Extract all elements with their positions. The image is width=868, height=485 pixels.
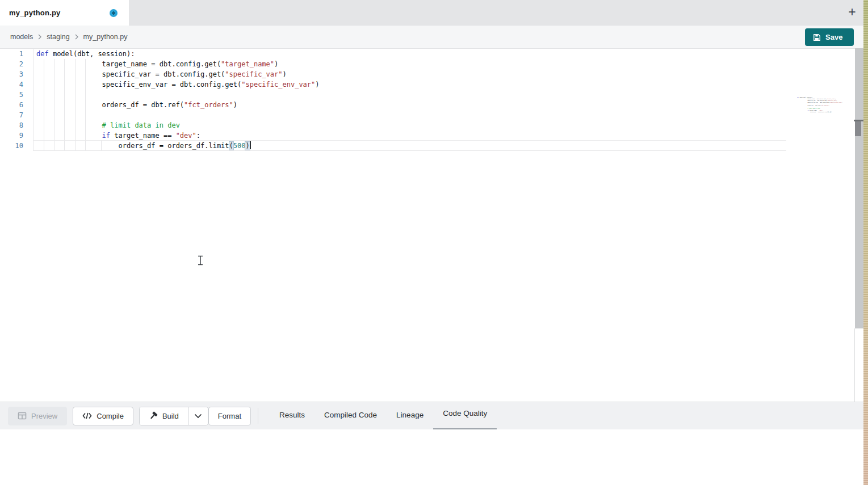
- tab-compiled-code[interactable]: Compiled Code: [315, 402, 387, 430]
- build-button-label: Build: [162, 412, 179, 420]
- code-editor[interactable]: 1def model(dbt, session):2 target_name =…: [0, 49, 863, 402]
- chevron-right-icon: [37, 34, 43, 40]
- save-button-label: Save: [825, 33, 842, 41]
- hammer-icon: [149, 411, 158, 420]
- preview-button[interactable]: Preview: [8, 407, 67, 425]
- text-caret: [250, 141, 251, 149]
- scrollbar-thumb[interactable]: [855, 121, 861, 136]
- code-line[interactable]: 9 if target_name == "dev":: [0, 130, 320, 141]
- tab-compiled-code-label: Compiled Code: [324, 411, 377, 419]
- unsaved-changes-icon: [110, 9, 118, 17]
- chevron-right-icon: [74, 34, 79, 40]
- bottom-toolbar: Preview Compile Build: [0, 402, 868, 429]
- file-tab-my-python[interactable]: my_python.py: [0, 0, 129, 26]
- code-line[interactable]: 7: [0, 110, 320, 120]
- code-line[interactable]: 6 orders_df = dbt.ref("fct_orders"): [0, 100, 320, 110]
- code-line[interactable]: 10 orders_df = orders_df.limit(500): [0, 141, 320, 151]
- line-number[interactable]: 1: [0, 49, 23, 59]
- screen-edge-strip: [863, 0, 868, 485]
- code-line: specific_env_var = dbt.config.get("speci…: [797, 102, 837, 103]
- line-number[interactable]: 4: [0, 79, 23, 90]
- line-number[interactable]: 3: [0, 69, 23, 79]
- tab-lineage-label: Lineage: [396, 411, 423, 419]
- tab-code-quality[interactable]: Code Quality: [433, 402, 497, 430]
- code-line: orders_df = orders_df.limit(500): [797, 111, 837, 113]
- breadcrumb-bar: models staging my_python.py Save: [0, 26, 868, 49]
- compile-button[interactable]: Compile: [73, 407, 133, 425]
- panel-tabs: Results Compiled Code Lineage Code Quali…: [270, 402, 497, 430]
- build-split-button: Build: [139, 407, 208, 425]
- breadcrumb-staging[interactable]: staging: [47, 33, 69, 41]
- code-brackets-icon: [82, 412, 92, 419]
- code-line[interactable]: 5: [0, 90, 320, 100]
- mouse-cursor-ibeam: [197, 255, 204, 265]
- code-line[interactable]: 1def model(dbt, session):: [0, 49, 320, 59]
- line-number[interactable]: 8: [0, 120, 23, 130]
- floppy-disk-icon: [813, 33, 821, 41]
- tab-lineage[interactable]: Lineage: [387, 402, 433, 430]
- editor-right-border: [854, 328, 855, 402]
- new-tab-button[interactable]: +: [844, 4, 860, 20]
- chevron-down-icon: [194, 414, 202, 419]
- line-number[interactable]: 9: [0, 130, 23, 141]
- tab-results[interactable]: Results: [270, 402, 315, 430]
- line-number[interactable]: 5: [0, 90, 23, 100]
- editor-tab-bar: my_python.py +: [0, 0, 868, 26]
- code-line[interactable]: 8 # limit data in dev: [0, 120, 320, 130]
- line-number[interactable]: 7: [0, 110, 23, 120]
- compile-button-label: Compile: [97, 412, 124, 420]
- toolbar-divider: [258, 408, 258, 424]
- code-line[interactable]: 4 specific_env_var = dbt.config.get("spe…: [0, 79, 320, 90]
- code-line[interactable]: 2 target_name = dbt.config.get("target_n…: [0, 59, 320, 69]
- vertical-scrollbar[interactable]: [855, 48, 863, 328]
- table-grid-icon: [18, 411, 27, 420]
- build-dropdown-button[interactable]: [188, 407, 208, 425]
- preview-button-label: Preview: [31, 412, 57, 420]
- tab-code-quality-label: Code Quality: [443, 409, 487, 417]
- plus-icon: +: [848, 5, 856, 20]
- file-tab-title: my_python.py: [9, 9, 61, 17]
- line-number[interactable]: 6: [0, 100, 23, 110]
- tab-results-label: Results: [279, 411, 305, 419]
- format-button-label: Format: [218, 412, 241, 420]
- code-lines: 1def model(dbt, session):2 target_name =…: [0, 49, 320, 151]
- line-number[interactable]: 2: [0, 59, 23, 69]
- format-button[interactable]: Format: [208, 407, 251, 425]
- line-number[interactable]: 10: [0, 141, 23, 151]
- save-button[interactable]: Save: [805, 28, 854, 46]
- breadcrumb-models[interactable]: models: [10, 33, 33, 41]
- build-button[interactable]: Build: [140, 407, 188, 425]
- breadcrumb-file: my_python.py: [83, 33, 128, 41]
- code-line[interactable]: 3 specific_var = dbt.config.get("specifi…: [0, 69, 320, 79]
- minimap[interactable]: def model(dbt, session): target_name = d…: [797, 96, 837, 113]
- code-quality-panel: [0, 429, 868, 485]
